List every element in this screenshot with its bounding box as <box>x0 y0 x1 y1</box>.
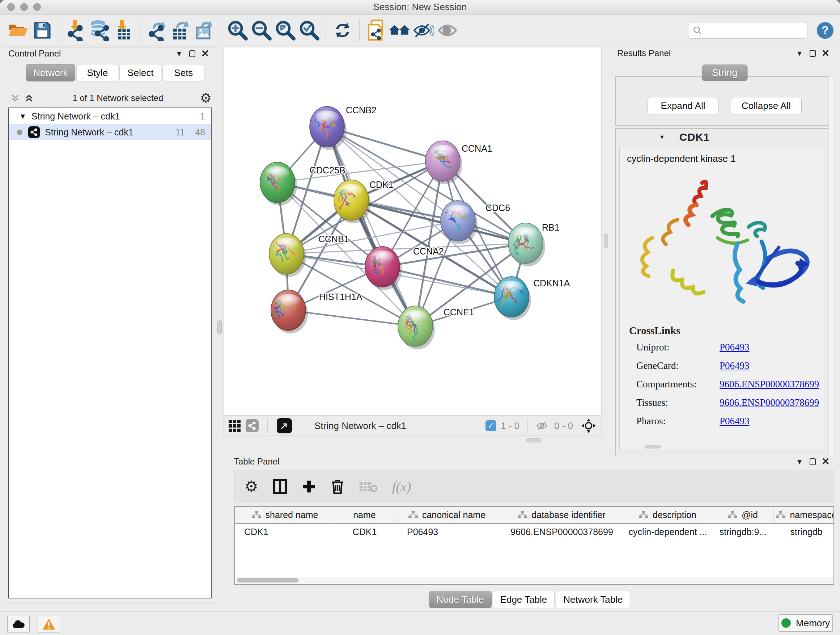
cell-name[interactable]: CDK1 <box>335 527 394 537</box>
cell-id[interactable]: stringdb:9... <box>712 527 774 537</box>
open-session-button[interactable] <box>6 18 30 43</box>
hide-selected-button[interactable] <box>412 18 436 43</box>
results-vscrollbar[interactable] <box>829 76 834 468</box>
network-node-CCNE1[interactable]: CCNE1 <box>398 306 474 349</box>
close-panel-icon[interactable]: ✕ <box>819 48 832 59</box>
birdseye-view-icon[interactable] <box>581 418 596 433</box>
import-network-database-button[interactable] <box>88 18 111 43</box>
import-table-button[interactable] <box>111 18 135 43</box>
cell-canonical-name[interactable]: P06493 <box>394 527 500 537</box>
zoom-fit-button[interactable] <box>273 18 297 43</box>
table-hscrollbar[interactable] <box>235 577 833 584</box>
close-panel-icon[interactable]: ✕ <box>199 48 212 59</box>
float-panel-icon[interactable] <box>186 50 199 57</box>
tab-string[interactable]: String <box>702 65 748 81</box>
close-panel-icon[interactable]: ✕ <box>819 456 832 467</box>
network-canvas[interactable]: CCNB2CCNA1CDC25BCDK1CDC6RB1CCNB1CCNA2CDK… <box>223 47 602 416</box>
new-network-from-selection-button[interactable] <box>364 18 388 43</box>
float-panel-icon[interactable] <box>806 50 819 57</box>
help-button[interactable]: ? <box>817 22 834 39</box>
tab-select[interactable]: Select <box>119 64 161 81</box>
panel-menu-icon[interactable]: ▾ <box>172 49 186 59</box>
column-header-canonical-name[interactable]: canonical name <box>394 507 500 523</box>
memory-status-dot <box>782 618 791 628</box>
export-network-button[interactable] <box>145 18 169 43</box>
show-all-button[interactable] <box>436 18 459 43</box>
search-input[interactable] <box>705 25 803 36</box>
table-hscrollbar-thumb[interactable] <box>237 578 298 583</box>
crosslink-pharos-link[interactable]: P06493 <box>720 416 750 427</box>
collection-expand-icon[interactable]: ▼ <box>19 112 27 120</box>
warnings-button[interactable] <box>38 616 60 632</box>
column-header-namespace[interactable]: namespace <box>774 507 834 523</box>
network-options-gear-icon[interactable]: ⚙ <box>200 92 212 105</box>
tab-network-table[interactable]: Network Table <box>556 591 630 608</box>
gene-collapse-icon[interactable]: ▼ <box>659 134 665 141</box>
detach-view-button[interactable] <box>277 418 292 433</box>
grid-view-icon[interactable] <box>229 420 240 432</box>
collapse-all-icon[interactable] <box>11 93 20 103</box>
save-session-button[interactable] <box>30 18 54 43</box>
cell-shared-name[interactable]: CDK1 <box>235 527 335 537</box>
first-neighbors-button[interactable] <box>388 18 412 43</box>
network-collection-row[interactable]: ▼ String Network – cdk1 1 <box>9 108 211 124</box>
export-table-button[interactable] <box>169 18 193 43</box>
delete-column-icon[interactable] <box>331 478 344 494</box>
add-column-icon[interactable] <box>302 479 316 494</box>
crosslink-compartments-link[interactable]: 9606.ENSP00000378699 <box>720 379 819 390</box>
cell-database-identifier[interactable]: 9606.ENSP00000378699 <box>500 527 623 537</box>
cell-namespace[interactable]: stringdb <box>774 527 834 537</box>
expand-all-icon[interactable] <box>24 93 34 103</box>
network-node-RB1[interactable]: RB1 <box>508 222 560 266</box>
selected-checkbox-icon[interactable]: ✓ <box>485 420 496 431</box>
gene-header[interactable]: ▼ CDK1 <box>616 129 834 146</box>
export-image-button[interactable] <box>193 18 216 43</box>
zoom-in-button[interactable] <box>226 18 249 43</box>
tab-sets[interactable]: Sets <box>163 64 204 81</box>
bottom-splitter-handle[interactable] <box>526 438 541 442</box>
cloud-button[interactable] <box>7 616 30 632</box>
crosslink-genecard-link[interactable]: P06493 <box>720 360 750 371</box>
expand-all-button[interactable]: Expand All <box>647 97 718 114</box>
import-network-file-button[interactable] <box>64 18 88 43</box>
zoom-window-button[interactable] <box>33 3 41 11</box>
column-header-database-identifier[interactable]: database identifier <box>500 507 623 523</box>
table-row[interactable]: CDK1 CDK1 P06493 9606.ENSP00000378699 cy… <box>235 524 834 540</box>
network-share-icon[interactable] <box>246 419 259 432</box>
column-header-description[interactable]: description <box>623 507 712 523</box>
network-node-CCNB2[interactable]: CCNB2 <box>309 105 377 150</box>
memory-button[interactable]: Memory <box>778 614 833 632</box>
panel-menu-icon[interactable]: ▾ <box>793 456 806 467</box>
table-options-gear-icon[interactable]: ⚙ <box>245 479 258 494</box>
network-node-CDK1[interactable]: CDK1 <box>334 180 393 223</box>
panel-menu-icon[interactable]: ▾ <box>793 48 806 58</box>
minimize-window-button[interactable] <box>20 3 28 11</box>
cell-description[interactable]: cyclin-dependent ... <box>623 527 712 537</box>
zoom-out-button[interactable] <box>249 18 273 43</box>
column-header-id[interactable]: @id <box>712 507 774 523</box>
column-header-shared-name[interactable]: shared name <box>235 507 335 523</box>
show-columns-icon[interactable] <box>273 478 287 494</box>
crosslink-uniprot-link[interactable]: P06493 <box>720 342 750 353</box>
network-row-selected[interactable]: String Network – cdk1 11 48 <box>9 124 211 140</box>
function-builder-icon[interactable]: f(x) <box>392 478 411 494</box>
network-node-CDKN1A[interactable]: CDKN1A <box>494 277 570 320</box>
apply-layout-button[interactable] <box>331 18 355 43</box>
tab-network[interactable]: Network <box>26 64 75 81</box>
tab-style[interactable]: Style <box>76 64 118 81</box>
collapse-all-button[interactable]: Collapse All <box>731 97 802 114</box>
tab-node-table[interactable]: Node Table <box>429 591 492 608</box>
crosslink-tissues-link[interactable]: 9606.ENSP00000378699 <box>720 397 819 409</box>
close-window-button[interactable] <box>7 3 15 11</box>
zoom-selected-button[interactable] <box>297 18 321 43</box>
tab-edge-table[interactable]: Edge Table <box>493 591 555 608</box>
gene-card-hscrollbar[interactable] <box>645 445 661 448</box>
column-header-name[interactable]: name <box>335 507 394 523</box>
right-splitter-handle[interactable] <box>604 234 608 249</box>
delete-table-icon[interactable] <box>359 480 378 493</box>
search-field[interactable] <box>688 22 807 39</box>
network-node-CDC25B[interactable]: CDC25B <box>260 162 346 206</box>
node-label-CDK1: CDK1 <box>369 180 393 190</box>
left-splitter-handle[interactable] <box>218 320 222 334</box>
float-panel-icon[interactable] <box>806 458 819 465</box>
